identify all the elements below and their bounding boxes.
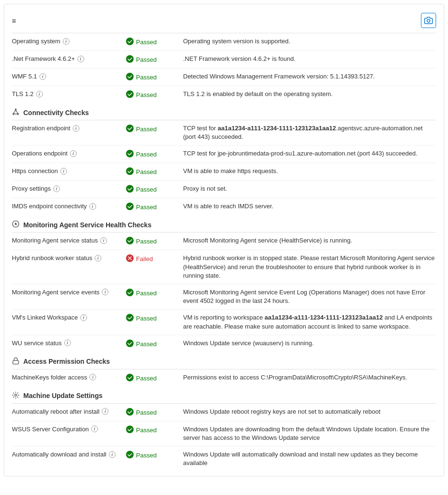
status-badge: Passed [126,37,183,47]
page-title: ≡ [12,17,20,25]
check-name-text: .Net Framework 4.6.2+ [12,55,75,62]
check-name: Registration endpointi [12,124,126,132]
info-icon[interactable]: i [64,340,71,346]
status-text: Passed [136,39,156,46]
table-row: Monitoring Agent service eventsi PassedM… [12,284,436,310]
camera-button[interactable] [421,13,436,28]
info-icon[interactable]: i [78,56,84,62]
status-text: Passed [136,340,156,348]
svg-point-25 [15,394,17,396]
status-text: Passed [136,375,156,382]
check-name: WMF 5.1i [12,72,126,80]
check-description: Hybrid runbook worker is in stopped stat… [183,254,436,280]
main-container: ≡ Operating systemi PassedOperating syst… [4,4,444,476]
status-badge: Passed [126,339,183,349]
check-name-text: IMDS endpoint connectivity [12,203,87,210]
top-bar: ≡ [12,9,436,33]
info-icon[interactable]: i [60,168,67,175]
table-row: WSUS Server Configurationi PassedWindows… [12,421,436,446]
check-name-text: WU service status [12,340,62,347]
info-icon[interactable]: i [109,451,116,458]
svg-point-13 [126,167,134,175]
check-name: Hybrid runbook worker statusi [12,254,126,262]
svg-rect-23 [13,360,19,364]
passed-icon [126,408,134,417]
status-badge: Passed [126,288,183,298]
check-name: Https connectioni [12,167,126,175]
section-machine_update: Machine Update SettingsAutomatically reb… [12,387,436,472]
check-name: Automatically download and installi [12,450,126,458]
svg-point-17 [15,223,17,225]
check-description: VM is able to make https requests. [183,167,436,175]
section-header-access: Access Permission Checks [12,352,436,369]
svg-point-20 [126,289,134,296]
check-description: Windows Update service (wuauserv) is run… [183,339,436,348]
check-description: .NET Framework version 4.6.2+ is found. [183,55,436,63]
svg-point-12 [126,150,134,157]
check-name-text: Automatically reboot after install [12,408,99,415]
section-title-machine_update: Machine Update Settings [23,392,102,399]
svg-point-26 [126,408,134,416]
info-icon[interactable]: i [53,185,60,192]
status-text: Failed [136,255,153,262]
status-badge: Passed [126,149,183,159]
table-row: Monitoring Agent service statusi PassedM… [12,233,436,250]
prereq-icon: ≡ [12,17,16,25]
info-icon[interactable]: i [80,314,87,321]
check-name: Monitoring Agent service statusi [12,236,126,244]
passed-icon [126,150,134,159]
status-text: Passed [136,427,156,434]
check-name: Proxy settingsi [12,184,126,192]
check-name-text: Automatically download and install [12,451,107,458]
table-row: WU service statusi PassedWindows Update … [12,335,436,352]
info-icon[interactable]: i [39,73,46,80]
status-badge: Passed [126,202,183,212]
info-icon[interactable]: i [102,408,108,415]
check-description: Microsoft Monitoring Agent service (Heal… [183,236,436,245]
info-icon[interactable]: i [89,374,96,380]
status-badge: Passed [126,450,183,460]
check-name-text: Operating system [12,38,60,45]
table-row: Automatically reboot after installi Pass… [12,404,436,421]
check-description: Detected Windows Management Framework ve… [183,72,436,81]
info-icon[interactable]: i [100,237,107,244]
section-icon-monitoring [12,220,19,229]
svg-point-28 [126,451,134,458]
passed-icon [126,426,134,435]
info-icon[interactable]: i [63,38,69,45]
check-name-text: VM's Linked Workspace [12,314,78,321]
svg-point-3 [126,73,134,80]
info-icon[interactable]: i [89,203,96,210]
status-badge: Passed [126,72,183,82]
svg-point-15 [126,203,134,210]
info-icon[interactable]: i [102,289,108,295]
status-text: Passed [136,315,156,322]
passed-icon [126,73,134,82]
info-icon[interactable]: i [73,125,79,132]
check-description: Microsoft Monitoring Agent service Event… [183,288,436,305]
status-badge: Passed [126,184,183,194]
info-icon[interactable]: i [70,150,77,157]
table-row: Hybrid runbook worker statusi FailedHybr… [12,250,436,284]
section-icon-machine_update [12,391,19,400]
svg-line-9 [16,110,18,114]
check-name-text: Proxy settings [12,185,51,192]
status-text: Passed [136,151,156,158]
passed-icon [126,289,134,298]
info-icon[interactable]: i [36,91,43,97]
svg-point-4 [126,90,134,98]
svg-point-11 [126,125,134,132]
passed-icon [126,185,134,194]
check-description: TCP test for aa1a1234-a111-1234-1111-123… [183,124,436,141]
table-row: Proxy settingsi PassedProxy is not set. [12,181,436,198]
passed-icon [126,340,134,349]
check-name: Automatically reboot after installi [12,408,126,415]
check-name: Operating systemi [12,37,126,45]
check-description: TCP test for jpe-jobruntimedata-prod-su1… [183,149,436,158]
check-description: VM is able to reach IMDS server. [183,202,436,211]
status-text: Passed [136,91,156,98]
check-name-text: Monitoring Agent service events [12,289,99,296]
info-icon[interactable]: i [91,426,98,432]
svg-point-2 [126,55,134,63]
info-icon[interactable]: i [95,255,101,262]
